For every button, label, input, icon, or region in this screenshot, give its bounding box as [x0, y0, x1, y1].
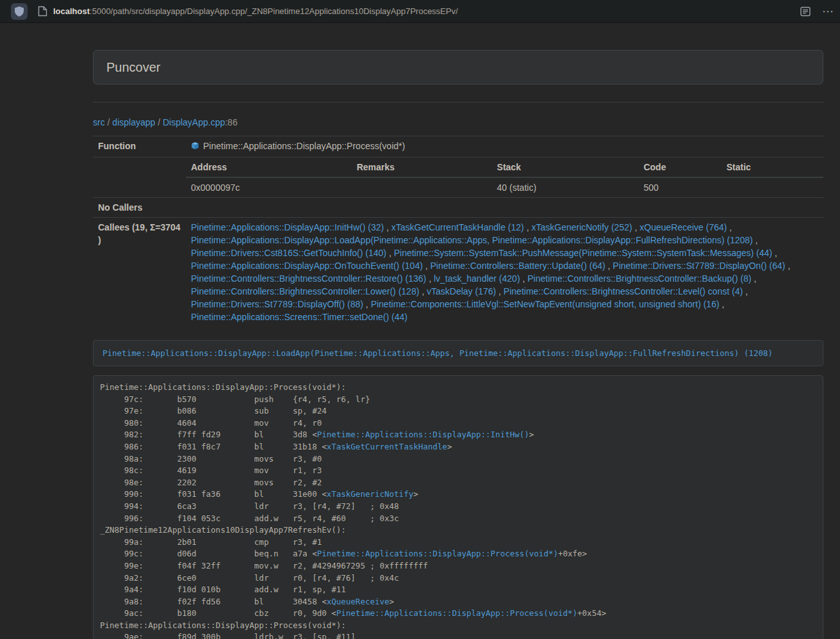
callee-link[interactable]: Pinetime::Controllers::BrightnessControl… — [191, 286, 419, 296]
details-cell: Address Remarks Stack Code Static 0x0000… — [186, 158, 823, 198]
table-row-details: Address Remarks Stack Code Static 0x0000… — [93, 158, 823, 198]
symbol-link[interactable]: Pinetime::Applications::DisplayApp::Init… — [317, 430, 529, 439]
callee-link[interactable]: Pinetime::Drivers::St7789::DisplayOff() … — [191, 299, 363, 309]
callee-link[interactable]: Pinetime::System::SystemTask::PushMessag… — [394, 248, 773, 258]
details-table: Address Remarks Stack Code Static 0x0000… — [186, 158, 823, 197]
static-value — [721, 177, 823, 197]
more-menu-button[interactable]: ⋯ — [822, 6, 834, 17]
callee-link[interactable]: Pinetime::Controllers::BrightnessControl… — [504, 286, 743, 296]
symbol-link[interactable]: xTaskGetCurrentTaskHandle — [327, 442, 447, 451]
callee-link[interactable]: Pinetime::Controllers::BrightnessControl… — [191, 273, 426, 284]
table-row-function: Function Pinetime::Applications::Display… — [93, 136, 823, 158]
symbol-link[interactable]: xTaskGenericNotify — [327, 489, 413, 499]
extension-shield-button[interactable] — [11, 3, 28, 20]
breadcrumb-line-number: :86 — [225, 117, 237, 127]
url-path: :5000/path/src/displayapp/DisplayApp.cpp… — [90, 6, 458, 16]
callee-link[interactable]: Pinetime::Drivers::Cst816S::GetTouchInfo… — [191, 248, 386, 258]
selected-symbol-link[interactable]: Pinetime::Applications::DisplayApp::Load… — [103, 348, 773, 358]
callee-link[interactable]: vTaskDelay (176) — [427, 286, 496, 296]
breadcrumb-link-src[interactable]: src — [93, 117, 105, 127]
toolbar-right: ⋯ — [800, 6, 840, 17]
code-value: 500 — [638, 177, 721, 197]
col-header-remarks: Remarks — [352, 158, 492, 177]
page-tab-icon — [38, 6, 47, 17]
symbol-link[interactable]: Pinetime::Applications::DisplayApp::Proc… — [336, 608, 577, 618]
divider — [93, 102, 823, 102]
breadcrumb-link-displayapp[interactable]: displayapp — [112, 117, 155, 127]
callee-link[interactable]: xTaskGenericNotify (252) — [531, 222, 632, 232]
details-value-row: 0x0000097c 40 (static) 500 — [186, 177, 823, 197]
url-bar[interactable]: localhost:5000/path/src/displayapp/Displ… — [53, 6, 458, 16]
breadcrumb: src / displayapp / DisplayApp.cpp:86 — [93, 116, 823, 129]
reader-view-button[interactable] — [800, 6, 811, 17]
address-value: 0x0000097c — [186, 177, 352, 197]
app-header-panel: Puncover — [93, 50, 823, 85]
callee-link[interactable]: Pinetime::Components::LittleVgl::SetNewT… — [371, 299, 720, 309]
row-label-callees: Callees (19, Σ=3704 ) — [93, 218, 186, 327]
col-header-code: Code — [638, 158, 721, 177]
page-title: Puncover — [106, 60, 810, 75]
browser-toolbar: localhost:5000/path/src/displayapp/Displ… — [0, 0, 840, 23]
row-label-no-callers: No Callers — [93, 198, 186, 218]
page-container: Puncover src / displayapp / DisplayApp.c… — [93, 50, 823, 639]
col-header-static: Static — [721, 158, 823, 177]
breadcrumb-separator: / — [108, 117, 110, 127]
details-header-row: Address Remarks Stack Code Static — [186, 158, 823, 177]
reader-view-icon — [800, 6, 811, 17]
disassembly-block: Pinetime::Applications::DisplayApp::Proc… — [93, 375, 823, 639]
remarks-value — [352, 177, 492, 197]
callee-link[interactable]: Pinetime::Controllers::Battery::Update()… — [431, 261, 605, 271]
stack-value: 40 (static) — [492, 177, 639, 197]
callees-cell: Pinetime::Applications::DisplayApp::Init… — [186, 218, 823, 327]
callee-link[interactable]: xTaskGetCurrentTaskHandle (12) — [391, 222, 524, 232]
callee-link[interactable]: Pinetime::Applications::Screens::Timer::… — [191, 312, 408, 322]
callee-link[interactable]: Pinetime::Controllers::BrightnessControl… — [527, 273, 751, 284]
callee-link[interactable]: Pinetime::Applications::DisplayApp::Init… — [191, 222, 384, 232]
callee-link[interactable]: xQueueReceive (764) — [639, 222, 727, 232]
table-row-no-callers: No Callers — [93, 198, 823, 218]
shield-icon — [15, 6, 24, 17]
breadcrumb-separator: / — [158, 117, 160, 127]
col-header-stack: Stack — [492, 158, 639, 177]
selected-symbol-panel: Pinetime::Applications::DisplayApp::Load… — [93, 340, 823, 366]
callee-link[interactable]: Pinetime::Drivers::St7789::DisplayOn() (… — [613, 261, 785, 271]
row-label-function: Function — [93, 136, 186, 158]
function-name-cell: Pinetime::Applications::DisplayApp::Proc… — [186, 136, 823, 158]
row-label-empty — [93, 158, 186, 198]
symbol-link[interactable]: Pinetime::Applications::DisplayApp::Proc… — [317, 549, 558, 558]
col-header-address: Address — [186, 158, 352, 177]
callee-link[interactable]: lv_task_handler (420) — [434, 273, 520, 284]
url-host: localhost — [53, 6, 90, 16]
table-row-callees: Callees (19, Σ=3704 ) Pinetime::Applicat… — [93, 218, 823, 327]
function-table: Function Pinetime::Applications::Display… — [93, 136, 823, 327]
callee-link[interactable]: Pinetime::Applications::DisplayApp::Load… — [191, 235, 753, 245]
function-cube-icon — [191, 141, 199, 154]
function-name: Pinetime::Applications::DisplayApp::Proc… — [203, 141, 405, 151]
breadcrumb-link-file[interactable]: DisplayApp.cpp — [163, 117, 225, 127]
no-callers-cell — [186, 198, 823, 218]
symbol-link[interactable]: xQueueReceive — [327, 597, 390, 606]
callee-link[interactable]: Pinetime::Applications::DisplayApp::OnTo… — [191, 261, 423, 271]
